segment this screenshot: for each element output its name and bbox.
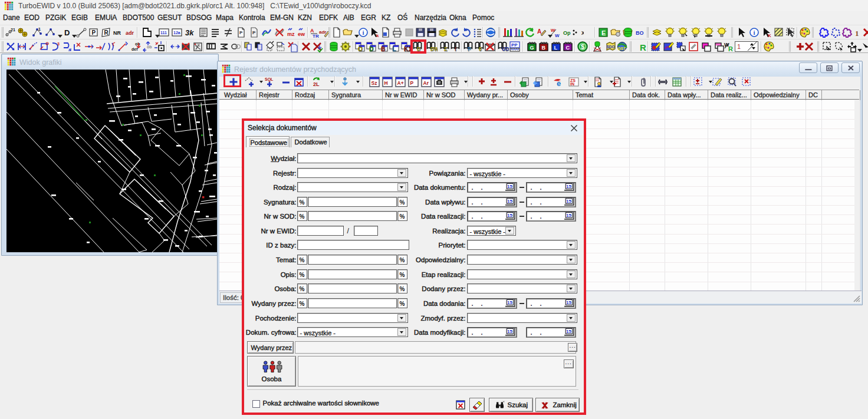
- svg-text:R: R: [640, 42, 646, 52]
- svg-text:B: B: [381, 46, 385, 52]
- svg-text:12a: 12a: [173, 31, 180, 35]
- svg-text:!: !: [455, 47, 457, 52]
- svg-text:G: G: [530, 45, 534, 51]
- svg-text:R: R: [728, 45, 733, 52]
- svg-text:P: P: [92, 29, 96, 36]
- svg-text:21: 21: [11, 28, 15, 32]
- svg-text:3k: 3k: [185, 28, 194, 37]
- svg-text:Op: Op: [563, 30, 571, 36]
- svg-text:D: D: [370, 46, 374, 52]
- svg-text:ob: ob: [147, 45, 152, 49]
- svg-text:O: O: [359, 46, 363, 52]
- svg-text:k: k: [376, 33, 379, 38]
- svg-text:i: i: [754, 29, 755, 36]
- svg-text:IN: IN: [570, 82, 574, 86]
- svg-text:A: A: [537, 28, 541, 35]
- svg-text:mz: mz: [287, 31, 295, 37]
- svg-text:ew: ew: [298, 31, 305, 37]
- svg-text:P: P: [252, 30, 256, 35]
- svg-text:adr: adr: [126, 30, 134, 36]
- svg-text:W: W: [555, 33, 560, 38]
- svg-text:D: D: [64, 28, 70, 37]
- svg-text:i: i: [363, 29, 364, 36]
- svg-text:XY: XY: [581, 30, 584, 36]
- svg-text:PP: PP: [511, 42, 518, 48]
- svg-text:adr: adr: [319, 29, 326, 35]
- svg-text:R: R: [104, 29, 109, 36]
- svg-text:NR: NR: [113, 30, 121, 36]
- svg-text:0: 0: [479, 47, 482, 52]
- svg-text:BO: BO: [636, 30, 644, 36]
- svg-text:L: L: [554, 45, 557, 51]
- svg-text:P: P: [239, 30, 243, 35]
- svg-text:SQL: SQL: [265, 77, 274, 82]
- svg-text:SDO: SDO: [607, 45, 615, 49]
- svg-text:P: P: [468, 47, 472, 52]
- svg-text:def: def: [131, 47, 138, 51]
- svg-text:DW: DW: [431, 47, 438, 52]
- svg-text:B: B: [542, 45, 546, 51]
- svg-text:A: A: [310, 28, 314, 34]
- svg-text:D: D: [417, 47, 421, 52]
- svg-text:C: C: [565, 45, 570, 51]
- svg-text:Sz: Sz: [371, 80, 377, 86]
- svg-text:P: P: [410, 80, 414, 86]
- svg-text:ob: ob: [135, 42, 140, 46]
- svg-text:1: 1: [38, 27, 41, 31]
- svg-text:111: 111: [160, 31, 167, 35]
- svg-text:2L: 2L: [313, 81, 320, 87]
- svg-text:A+: A+: [397, 80, 404, 86]
- svg-text:$: $: [581, 43, 584, 50]
- svg-text:e: e: [557, 79, 561, 88]
- svg-text:W: W: [551, 28, 555, 33]
- svg-text:3: 3: [57, 42, 60, 46]
- svg-text:UDP: UDP: [502, 47, 509, 52]
- svg-text:K: K: [768, 33, 771, 38]
- svg-text:E: E: [601, 29, 606, 37]
- svg-text:1: 1: [855, 29, 859, 38]
- svg-text:GST: GST: [618, 47, 626, 51]
- svg-text:L: L: [393, 46, 396, 52]
- svg-text:Z: Z: [445, 47, 448, 52]
- svg-text:Ar: Ar: [423, 80, 429, 86]
- svg-text:H: H: [384, 80, 388, 86]
